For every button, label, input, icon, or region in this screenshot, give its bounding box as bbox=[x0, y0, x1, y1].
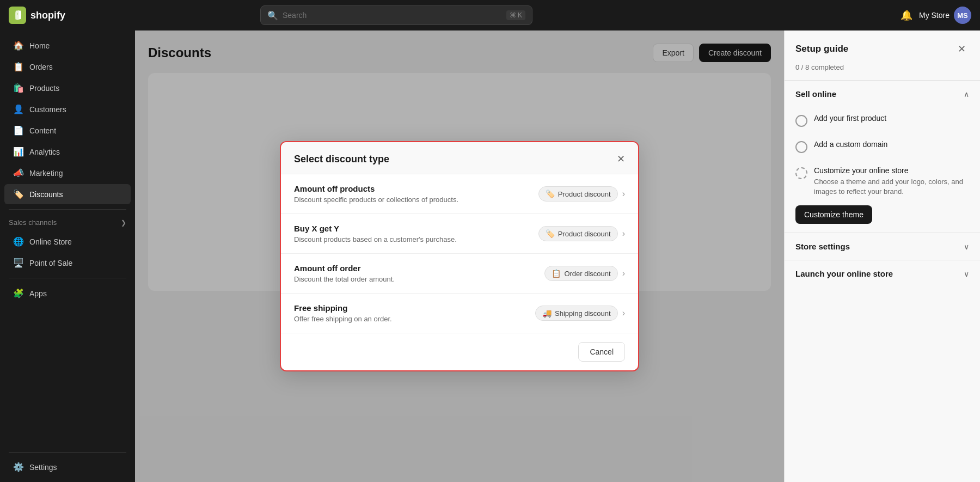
store-settings-header[interactable]: Store settings ∨ bbox=[785, 233, 980, 260]
main-content: Discounts Export Create discount Learn m… bbox=[135, 30, 784, 482]
setup-item-label-0: Add your first product bbox=[814, 114, 886, 123]
chevron-right-icon-1: › bbox=[622, 229, 625, 239]
sidebar-label-orders: Orders bbox=[29, 63, 53, 71]
app-body: 🏠 Home 📋 Orders 🛍️ Products 👤 Customers … bbox=[0, 30, 980, 482]
discount-option-amount-off-products[interactable]: Amount off products Discount specific pr… bbox=[281, 174, 638, 214]
setup-guide-close-button[interactable]: ✕ bbox=[954, 41, 969, 57]
sidebar-item-apps[interactable]: 🧩 Apps bbox=[4, 283, 131, 303]
customers-icon: 👤 bbox=[13, 104, 24, 114]
sidebar-divider-2 bbox=[9, 278, 126, 278]
setup-item-customize-store[interactable]: Customize your online store Choose a the… bbox=[785, 160, 980, 203]
discount-option-free-shipping[interactable]: Free shipping Offer free shipping on an … bbox=[281, 294, 638, 333]
sidebar: 🏠 Home 📋 Orders 🛍️ Products 👤 Customers … bbox=[0, 30, 135, 482]
discount-option-title-1: Buy X get Y bbox=[294, 224, 457, 233]
setup-guide-title: Setup guide bbox=[795, 44, 848, 54]
launch-store-toggle-icon: ∨ bbox=[964, 270, 969, 278]
settings-icon: ⚙️ bbox=[13, 462, 24, 472]
badge-icon-3: 🚚 bbox=[542, 309, 552, 318]
shipping-discount-badge: 🚚 Shipping discount bbox=[535, 306, 618, 321]
modal-title: Select discount type bbox=[294, 154, 389, 165]
sidebar-bottom: ⚙️ Settings bbox=[0, 448, 135, 478]
sidebar-item-customers[interactable]: 👤 Customers bbox=[4, 99, 131, 119]
discount-option-right-0: 🏷️ Product discount › bbox=[538, 186, 625, 202]
store-badge[interactable]: My Store MS bbox=[919, 7, 971, 24]
sidebar-item-home[interactable]: 🏠 Home bbox=[4, 35, 131, 56]
products-icon: 🛍️ bbox=[13, 83, 24, 93]
search-icon: 🔍 bbox=[267, 10, 278, 21]
sidebar-label-customers: Customers bbox=[29, 105, 66, 114]
sales-channels-label: Sales channels bbox=[9, 218, 57, 227]
setup-guide-panel: Setup guide ✕ 0 / 8 completed Sell onlin… bbox=[784, 30, 980, 482]
sidebar-item-point-of-sale[interactable]: 🖥️ Point of Sale bbox=[4, 253, 131, 273]
modal-footer: Cancel bbox=[281, 333, 638, 370]
setup-item-label-2: Customize your online store bbox=[814, 166, 969, 175]
sell-online-title: Sell online bbox=[795, 89, 836, 99]
sidebar-item-marketing[interactable]: 📣 Marketing bbox=[4, 163, 131, 183]
sidebar-divider-3 bbox=[9, 452, 126, 453]
store-avatar: MS bbox=[954, 7, 971, 24]
setup-guide-progress: 0 / 8 completed bbox=[785, 61, 980, 80]
point-of-sale-icon: 🖥️ bbox=[13, 258, 24, 268]
modal-close-button[interactable]: ✕ bbox=[617, 153, 625, 165]
modal-overlay[interactable]: Select discount type ✕ Amount off produc… bbox=[135, 30, 784, 482]
sidebar-item-products[interactable]: 🛍️ Products bbox=[4, 78, 131, 98]
customize-theme-button[interactable]: Customize theme bbox=[795, 205, 872, 224]
badge-icon-0: 🏷️ bbox=[546, 190, 555, 198]
setup-item-desc-2: Choose a theme and add your logo, colors… bbox=[814, 177, 969, 197]
discount-option-buy-x-get-y[interactable]: Buy X get Y Discount products based on a… bbox=[281, 214, 638, 254]
discount-option-amount-off-order[interactable]: Amount off order Discount the total orde… bbox=[281, 254, 638, 294]
discount-option-left-2: Amount off order Discount the total orde… bbox=[294, 264, 395, 283]
discount-option-right-2: 📋 Order discount › bbox=[544, 266, 625, 281]
notification-bell-icon[interactable]: 🔔 bbox=[901, 9, 912, 21]
shopify-logo[interactable]: shopify bbox=[9, 7, 65, 24]
logo-text: shopify bbox=[30, 10, 65, 21]
sidebar-label-settings: Settings bbox=[29, 463, 57, 472]
sidebar-item-orders[interactable]: 📋 Orders bbox=[4, 57, 131, 77]
discount-option-left-0: Amount off products Discount specific pr… bbox=[294, 184, 458, 204]
setup-section-launch: Launch your online store ∨ bbox=[785, 260, 980, 287]
marketing-icon: 📣 bbox=[13, 168, 24, 178]
setup-section-store-settings: Store settings ∨ bbox=[785, 233, 980, 260]
sidebar-label-marketing: Marketing bbox=[29, 169, 63, 178]
search-bar[interactable]: 🔍 ⌘ K bbox=[260, 5, 532, 25]
sidebar-item-discounts[interactable]: 🏷️ Discounts bbox=[4, 184, 131, 204]
launch-store-header[interactable]: Launch your online store ∨ bbox=[785, 260, 980, 287]
sidebar-item-analytics[interactable]: 📊 Analytics bbox=[4, 142, 131, 162]
sidebar-label-home: Home bbox=[29, 41, 50, 50]
sidebar-label-products: Products bbox=[29, 84, 59, 93]
apps-icon: 🧩 bbox=[13, 288, 24, 298]
select-discount-type-modal: Select discount type ✕ Amount off produc… bbox=[280, 141, 639, 371]
sidebar-label-analytics: Analytics bbox=[29, 148, 60, 156]
sidebar-item-online-store[interactable]: 🌐 Online Store bbox=[4, 231, 131, 252]
setup-item-add-custom-domain[interactable]: Add a custom domain bbox=[785, 133, 980, 160]
home-icon: 🏠 bbox=[13, 40, 24, 51]
search-input[interactable] bbox=[283, 11, 502, 20]
cancel-button[interactable]: Cancel bbox=[578, 342, 625, 362]
setup-item-label-1: Add a custom domain bbox=[814, 140, 887, 149]
product-discount-badge-1: 🏷️ Product discount bbox=[538, 226, 618, 241]
discount-option-desc-0: Discount specific products or collection… bbox=[294, 196, 458, 204]
sales-channels-header[interactable]: Sales channels ❯ bbox=[0, 214, 135, 231]
discount-option-right-1: 🏷️ Product discount › bbox=[538, 226, 625, 241]
orders-icon: 📋 bbox=[13, 62, 24, 72]
sidebar-label-pos: Point of Sale bbox=[29, 259, 72, 267]
sales-channels-expand-icon: ❯ bbox=[121, 219, 126, 227]
setup-item-add-first-product[interactable]: Add your first product bbox=[785, 107, 980, 133]
setup-item-circle-2 bbox=[795, 167, 807, 179]
top-navigation: shopify 🔍 ⌘ K 🔔 My Store MS bbox=[0, 0, 980, 30]
sidebar-divider-1 bbox=[9, 209, 126, 210]
discounts-icon: 🏷️ bbox=[13, 189, 24, 199]
discount-option-title-0: Amount off products bbox=[294, 184, 458, 193]
modal-body: Amount off products Discount specific pr… bbox=[281, 174, 638, 333]
sidebar-item-content[interactable]: 📄 Content bbox=[4, 120, 131, 141]
launch-store-title: Launch your online store bbox=[795, 269, 893, 278]
setup-item-text-container-1: Add a custom domain bbox=[814, 140, 887, 149]
store-settings-title: Store settings bbox=[795, 242, 850, 251]
setup-item-text-container-0: Add your first product bbox=[814, 114, 886, 123]
badge-icon-2: 📋 bbox=[552, 269, 561, 278]
setup-section-sell-online: Sell online ∧ Add your first product Add… bbox=[785, 80, 980, 233]
sell-online-section-header[interactable]: Sell online ∧ bbox=[785, 81, 980, 107]
sidebar-item-settings[interactable]: ⚙️ Settings bbox=[4, 457, 131, 477]
analytics-icon: 📊 bbox=[13, 147, 24, 157]
badge-icon-1: 🏷️ bbox=[546, 229, 555, 238]
